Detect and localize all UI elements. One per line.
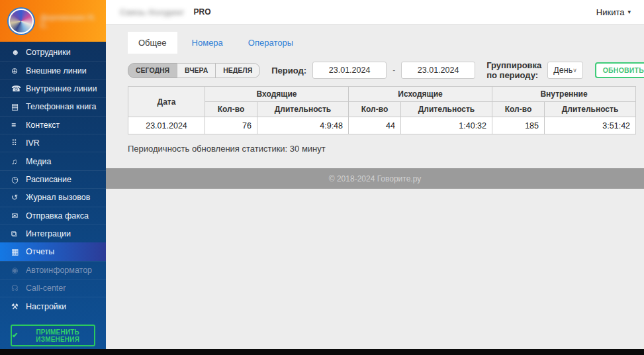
- date-to-input[interactable]: [401, 62, 475, 79]
- date-from-input[interactable]: [312, 62, 387, 79]
- table-group-header-row: Дата Входящие Исходящие Внутренние: [128, 87, 636, 102]
- sidebar-user-header: Деревянкин Н. С.: [0, 0, 106, 42]
- sidebar-item-label: Журнал вызовов: [26, 193, 90, 202]
- app-window: Деревянкин Н. С. ☻ Сотрудники ⊕ Внешние …: [0, 0, 644, 355]
- sidebar-item-label: Интеграции: [26, 229, 71, 238]
- cell-incoming-duration: 4:9:48: [257, 117, 349, 134]
- sidebar-item-employees[interactable]: ☻ Сотрудники: [0, 43, 106, 61]
- user-name-blurred: Деревянкин Н. С.: [40, 13, 99, 29]
- col-header-date: Дата: [128, 87, 205, 117]
- refresh-button[interactable]: ОБНОВИТЬ: [595, 62, 644, 78]
- col-header-incoming-count: Кол-во: [205, 102, 257, 117]
- sidebar-item-call-center: ☊ Call-center: [0, 279, 106, 297]
- content-wrap: Общее Номера Операторы СЕГОДНЯ ВЧЕРА НЕД…: [106, 25, 644, 355]
- col-header-outgoing-duration: Длительность: [401, 102, 492, 117]
- col-header-outgoing-count: Кол-во: [349, 102, 401, 117]
- sidebar-item-integrations[interactable]: ⧉ Интеграции: [0, 225, 106, 242]
- grouping-label: Группировка по периоду:: [486, 60, 541, 80]
- sidebar-item-label: Отправка факса: [26, 211, 89, 221]
- wrench-icon: ⚒: [11, 302, 26, 311]
- col-header-internal-count: Кол-во: [492, 102, 545, 117]
- phone-icon: ☎: [11, 84, 26, 93]
- copyright-text: © 2018-2024 Говорите.ру: [329, 174, 421, 183]
- call-stats-table: Дата Входящие Исходящие Внутренние Кол-в…: [128, 86, 636, 134]
- sidebar-item-external-lines[interactable]: ⊕ Внешние линии: [0, 61, 106, 79]
- tab-general[interactable]: Общее: [128, 32, 177, 54]
- cell-internal-duration: 3:51:42: [545, 117, 636, 134]
- grouping-select[interactable]: День ∨: [547, 62, 582, 79]
- group-header-outgoing: Исходящие: [349, 87, 492, 102]
- music-note-icon: ♫: [11, 157, 26, 166]
- cell-internal-count: 185: [492, 117, 545, 134]
- sidebar-item-label: Телефонная книга: [26, 102, 97, 111]
- brand-logo-blurred: Связь-Холдинг: [120, 7, 184, 17]
- sidebar-item-settings[interactable]: ⚒ Настройки: [0, 297, 106, 315]
- sidebar-item-reports[interactable]: ▦ Отчеты: [0, 242, 106, 260]
- apply-changes-button[interactable]: ✔ ПРИМЕНИТЬ ИЗМЕНЕНИЯ: [11, 325, 95, 346]
- table-sub-header-row: Кол-во Длительность Кол-во Длительность …: [128, 102, 636, 117]
- chevron-down-icon: ∨: [573, 67, 577, 74]
- sidebar-item-ivr[interactable]: ⠿ IVR: [0, 134, 106, 152]
- sidebar-item-label: Расписание: [26, 175, 71, 184]
- sidebar-item-label: Сотрудники: [26, 48, 71, 57]
- sidebar-item-phone-book[interactable]: ▤ Телефонная книга: [0, 97, 106, 115]
- user-avatar: [9, 9, 34, 34]
- users-icon: ☻: [11, 48, 26, 57]
- plan-badge: PRO: [193, 7, 210, 17]
- quick-range-group: СЕГОДНЯ ВЧЕРА НЕДЕЛЯ: [128, 63, 260, 78]
- report-icon: ▦: [11, 247, 26, 256]
- clock-icon: ◷: [11, 175, 26, 184]
- chevron-down-icon: ▾: [627, 9, 631, 15]
- range-week-button[interactable]: НЕДЕЛЯ: [215, 63, 260, 78]
- footer-bar: © 2018-2024 Говорите.ру: [106, 168, 644, 189]
- tab-numbers[interactable]: Номера: [181, 32, 234, 54]
- cell-date: 23.01.2024: [128, 117, 205, 134]
- range-today-button[interactable]: СЕГОДНЯ: [128, 63, 177, 78]
- sidebar-nav: ☻ Сотрудники ⊕ Внешние линии ☎ Внутренни…: [0, 42, 106, 317]
- sidebar-item-label: Медиа: [26, 157, 51, 166]
- headset-icon: ☊: [11, 283, 26, 293]
- sidebar-item-media[interactable]: ♫ Медиа: [0, 152, 106, 170]
- sidebar-item-label: Контекст: [26, 121, 60, 130]
- contact-book-icon: ▤: [11, 102, 26, 111]
- sidebar-item-label: Call-center: [26, 283, 66, 293]
- content: Общее Номера Операторы СЕГОДНЯ ВЧЕРА НЕД…: [106, 25, 644, 154]
- cell-outgoing-duration: 1:40:32: [401, 117, 492, 134]
- sidebar-item-call-log[interactable]: ↺ Журнал вызовов: [0, 188, 106, 206]
- sidebar-item-label: Внешние линии: [26, 66, 87, 76]
- fax-icon: ✉: [11, 211, 26, 221]
- globe-icon: ⊕: [11, 66, 26, 76]
- sidebar-item-label: Автоинформатор: [26, 266, 92, 275]
- check-icon: ✔: [12, 331, 18, 340]
- main-area: Связь-Холдинг PRO Никита ▾ Общее Номера …: [106, 0, 644, 355]
- apply-changes-label: ПРИМЕНИТЬ ИЗМЕНЕНИЯ: [21, 329, 94, 343]
- update-frequency-note: Периодичность обновления статистики: 30 …: [128, 144, 629, 154]
- tab-operators[interactable]: Операторы: [238, 32, 304, 54]
- integration-icon: ⧉: [11, 229, 26, 238]
- sidebar-item-label: Внутренние линии: [26, 84, 97, 93]
- table-row: 23.01.2024 76 4:9:48 44 1:40:32 185 3:51…: [128, 117, 636, 134]
- sidebar-item-label: Отчеты: [26, 247, 54, 256]
- col-header-incoming-duration: Длительность: [257, 102, 349, 117]
- range-yesterday-button[interactable]: ВЧЕРА: [177, 63, 216, 78]
- user-menu[interactable]: Никита ▾: [596, 7, 631, 17]
- sidebar-item-internal-lines[interactable]: ☎ Внутренние линии: [0, 79, 106, 97]
- col-header-internal-duration: Длительность: [545, 102, 636, 117]
- date-range-separator: -: [392, 66, 395, 75]
- robot-icon: ◉: [11, 266, 26, 275]
- filter-row: СЕГОДНЯ ВЧЕРА НЕДЕЛЯ Период: - Группиров…: [128, 62, 629, 79]
- report-tabs: Общее Номера Операторы: [128, 32, 629, 54]
- sidebar-item-context[interactable]: ≡ Контекст: [0, 116, 106, 134]
- grouping-select-value: День: [553, 66, 573, 75]
- sidebar-item-send-fax[interactable]: ✉ Отправка факса: [0, 207, 106, 225]
- cell-outgoing-count: 44: [349, 117, 401, 134]
- history-icon: ↺: [11, 193, 26, 202]
- cell-incoming-count: 76: [205, 117, 257, 134]
- sidebar: Деревянкин Н. С. ☻ Сотрудники ⊕ Внешние …: [0, 0, 106, 355]
- refresh-button-label: ОБНОВИТЬ: [603, 66, 644, 74]
- group-header-internal: Внутренние: [492, 87, 636, 102]
- keypad-icon: ⠿: [11, 138, 26, 148]
- list-icon: ≡: [11, 121, 26, 130]
- group-header-incoming: Входящие: [205, 87, 349, 102]
- sidebar-item-schedule[interactable]: ◷ Расписание: [0, 170, 106, 188]
